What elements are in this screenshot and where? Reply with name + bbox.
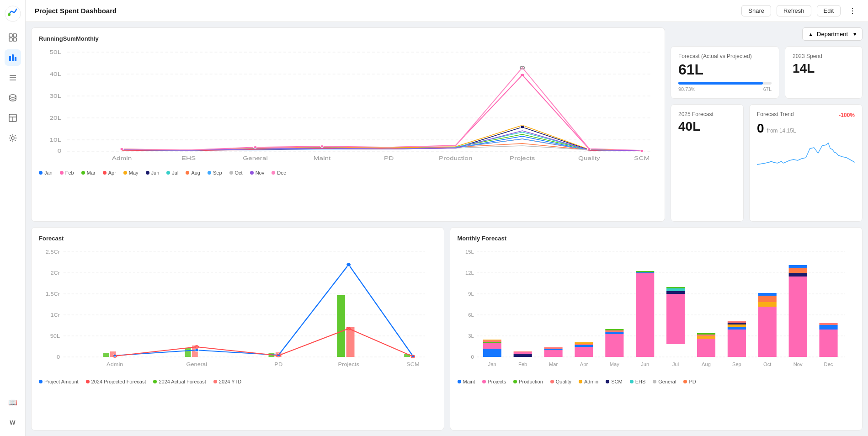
svg-rect-5 [13,38,16,41]
forecast-chart-card: Forecast 2.5Cr 2Cr 1.5Cr 1Cr 50L 0 [31,227,444,431]
forecast-chart-legend: Project Amount 2024 Projected Forecast 2… [39,379,437,384]
svg-text:SCM: SCM [634,156,650,161]
svg-rect-119 [575,344,593,345]
svg-text:Nov: Nov [793,362,803,367]
edit-button[interactable]: Edit [817,5,841,16]
svg-text:Oct: Oct [763,362,771,367]
svg-rect-131 [666,287,685,288]
forecast-actual-card: Forecast (Actual vs Projected) 61L 90.73… [671,46,779,99]
svg-rect-108 [483,342,501,343]
svg-rect-147 [788,268,807,273]
running-sum-title: RunningSumMonthly [39,35,657,42]
svg-rect-136 [727,330,746,357]
legend-jan: Jan [39,170,53,175]
forecast-2025-value: 40L [678,119,736,134]
svg-rect-141 [758,307,776,357]
sidebar-item-list[interactable] [5,69,21,86]
svg-text:Production: Production [439,156,472,161]
spend-2023-value: 14L [793,61,855,76]
legend-oct: Oct [229,170,243,175]
legend-maint: Maint [458,379,475,384]
svg-text:6L: 6L [468,313,474,318]
running-sum-chart: 50L 40L 30L 20L 10L 0 Admin EHS [39,48,657,166]
svg-point-38 [520,74,524,76]
svg-rect-145 [788,276,807,357]
legend-apr: Apr [103,170,116,175]
sidebar-item-book[interactable]: 📖 [5,394,21,410]
svg-text:May: May [609,362,619,367]
svg-text:3L: 3L [468,334,474,339]
svg-rect-146 [788,273,807,276]
svg-text:50L: 50L [50,50,62,55]
legend-production: Production [513,379,543,384]
department-dropdown[interactable]: ▲ Department ▾ [802,27,863,41]
svg-point-73 [195,349,198,351]
svg-rect-106 [483,349,501,357]
sidebar-item-workspace[interactable]: W [5,414,21,431]
svg-rect-130 [666,288,685,291]
svg-text:Projects: Projects [338,362,359,367]
share-button[interactable]: Share [741,5,771,16]
forecast-progress-bg [678,82,772,85]
svg-rect-116 [544,347,562,349]
svg-point-43 [320,145,324,148]
svg-rect-112 [513,352,532,354]
legend-scm: SCM [606,379,622,384]
header: Project Spent Dashboard Share Refresh Ed… [26,0,868,22]
svg-rect-121 [605,334,623,357]
svg-rect-133 [697,336,715,339]
svg-text:0: 0 [58,149,62,154]
svg-text:0: 0 [471,355,474,360]
svg-point-40 [520,126,524,128]
legend-may: May [123,170,138,175]
trend-header: Forecast Trend -100% [757,111,855,119]
legend-sep: Sep [208,170,222,175]
sidebar-item-database[interactable] [5,90,21,106]
page-title: Project Spent Dashboard [35,7,736,15]
svg-rect-138 [727,324,746,327]
forecast-label: Forecast (Actual vs Projected) [678,53,772,59]
sidebar-item-dashboard[interactable] [5,29,21,46]
forecast-chart-title: Forecast [39,235,437,242]
svg-rect-137 [727,327,746,330]
svg-rect-122 [605,332,623,334]
forecast-progress-fill [678,82,763,85]
svg-text:SCM: SCM [406,362,419,367]
dept-dropdown-label: Department [817,31,848,37]
forecast-value: 61L [678,61,772,78]
forecast-2025-card: 2025 Forecast 40L [671,104,744,222]
more-options-button[interactable]: ⋮ [846,5,859,17]
top-metrics-row: Forecast (Actual vs Projected) 61L 90.73… [671,46,863,99]
svg-text:40L: 40L [50,72,62,77]
svg-text:2.5Cr: 2.5Cr [46,250,60,254]
svg-rect-69 [337,295,345,357]
forecast-pct: 90.73% [678,86,695,92]
monthly-forecast-title: Monthly Forecast [458,235,855,242]
legend-2024-actual: 2024 Actual Forecast [153,379,206,384]
svg-text:2Cr: 2Cr [50,271,60,275]
legend-jun: Jun [146,170,160,175]
monthly-forecast-chart-card: Monthly Forecast 15L 12L 9L 6L 3L 0 [450,227,863,431]
svg-point-45 [640,150,644,152]
legend-quality: Quality [550,379,571,384]
svg-text:Maint: Maint [314,156,331,161]
spend-2023-label: 2023 Spend [793,53,855,59]
sidebar-item-settings[interactable] [5,130,21,146]
svg-rect-151 [819,323,837,325]
svg-rect-111 [513,354,532,357]
top-right-panel: ▲ Department ▾ Forecast (Actual vs Proje… [671,27,863,222]
svg-rect-107 [483,343,501,349]
svg-point-16 [11,137,14,139]
sidebar-item-layout[interactable] [5,110,21,126]
legend-2024-projected: 2024 Projected Forecast [86,379,146,384]
svg-point-1 [8,13,11,16]
legend-ehs: EHS [630,379,646,384]
running-sum-legend: Jan Feb Mar Apr May Jun Jul Aug Sep Oct … [39,170,657,175]
svg-rect-118 [575,345,593,347]
svg-rect-8 [15,57,16,61]
main-content: Project Spent Dashboard Share Refresh Ed… [26,0,868,436]
refresh-button[interactable]: Refresh [777,5,811,16]
trend-value: 0 [757,121,764,136]
trend-label: Forecast Trend [757,111,794,117]
sidebar-item-charts[interactable] [5,49,21,66]
